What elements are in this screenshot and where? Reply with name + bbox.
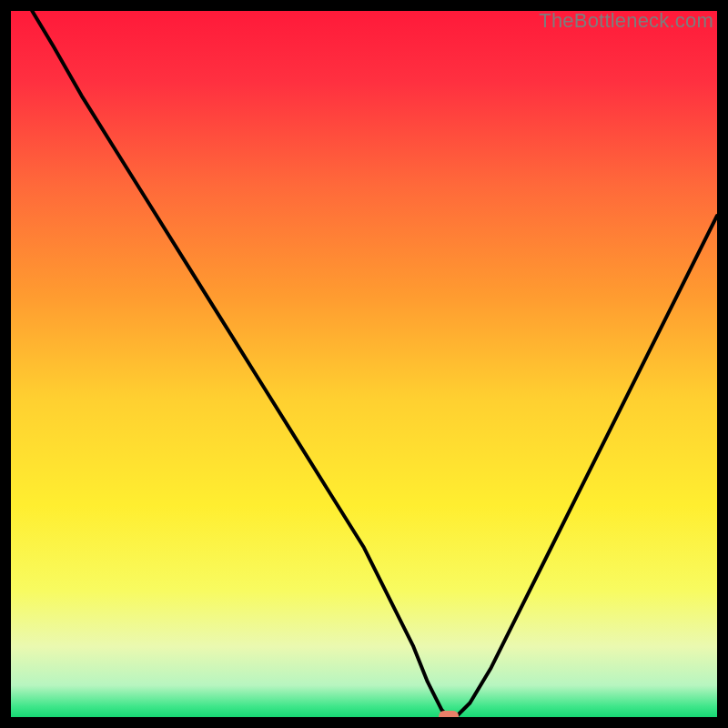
chart-svg <box>11 11 717 717</box>
optimal-marker <box>439 711 459 717</box>
chart-frame: TheBottleneck.com <box>11 11 717 717</box>
gradient-background <box>11 11 717 717</box>
watermark-label: TheBottleneck.com <box>539 9 713 33</box>
